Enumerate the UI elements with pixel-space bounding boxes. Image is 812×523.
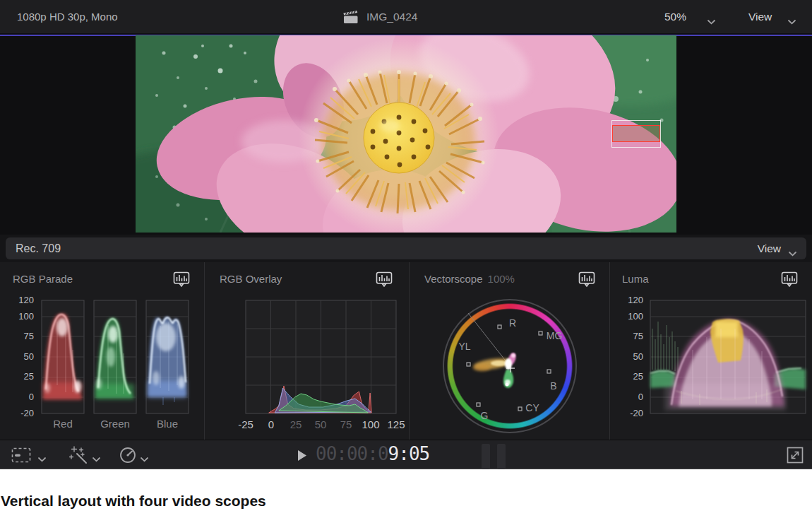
video-frame-lotus [136,35,676,233]
vectorscope-label-yl: YL [458,341,470,352]
zoom-menu[interactable]: 50% [664,0,686,33]
fcp-viewer-window: 1080p HD 30p, Mono IMG_0424 50% View [0,0,812,523]
enhancements-wand-icon[interactable] [69,445,89,468]
chevron-down-icon[interactable] [38,452,46,465]
clip-name: IMG_0424 [366,0,417,33]
skin-tone-line [468,313,510,366]
vectorscope-label-cy: CY [525,402,539,413]
luma-graph [609,262,812,440]
colorspace-bar[interactable]: Rec. 709 View [6,237,806,259]
transport-bar: 00:00:09:05 [0,440,812,469]
audio-meter-left[interactable] [482,444,490,469]
vectorscope-label-r: R [509,317,516,329]
video-scopes-panel: RGB Parade RGB Overlay Vectorscope100% [0,262,812,440]
audio-meter-right[interactable] [497,444,506,469]
scopes-view-menu[interactable]: View [758,237,781,259]
colorspace-strip: Rec. 709 View [0,235,812,262]
rgb-overlay-graph [204,262,409,440]
expand-fullscreen-icon[interactable] [786,446,804,467]
figure-caption: Vertical layout with four video scopes [1,493,266,510]
chevron-down-icon[interactable] [707,15,715,28]
timecode-bright-digits: 9:05 [388,443,430,464]
color-mask-sample-box[interactable] [611,120,661,148]
video-viewer [0,33,812,235]
rgb-parade-graph [0,262,204,440]
vectorscope-label-b: B [550,380,556,392]
color-mask-sample-inner [612,125,660,142]
chevron-down-icon[interactable] [789,247,796,259]
vectorscope-label-mg: MG [547,330,563,341]
chevron-down-icon[interactable] [92,452,100,465]
range-selection-icon[interactable] [11,447,31,466]
timecode-dim-digits: 00:00:0 [316,443,388,464]
vectorscope-graph: R MG B CY G YL [409,262,609,440]
chevron-down-icon[interactable] [788,15,796,28]
clapperboard-icon [343,10,359,27]
caption-area: Vertical layout with four video scopes [0,469,812,523]
vectorscope-label-g: G [481,410,489,421]
chevron-down-icon[interactable] [141,452,148,465]
timecode-display[interactable]: 00:00:09:05 [316,443,429,464]
view-menu[interactable]: View [748,0,772,33]
play-icon[interactable] [297,449,307,464]
retime-speedometer-icon[interactable] [119,446,137,467]
colorspace-label: Rec. 709 [16,237,61,259]
viewer-toolbar: 1080p HD 30p, Mono IMG_0424 50% View [0,0,812,34]
format-label: 1080p HD 30p, Mono [17,0,118,33]
